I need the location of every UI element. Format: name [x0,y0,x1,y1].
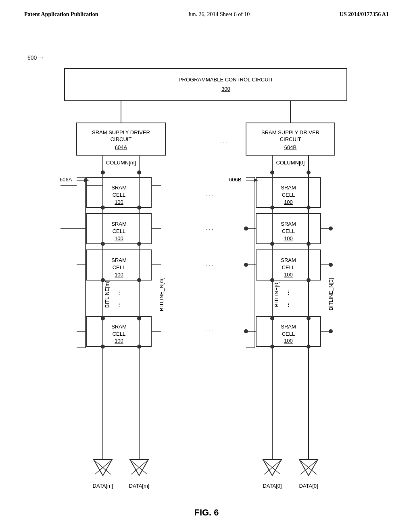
right-driver-line3: 604B [284,144,296,150]
svg-point-32 [137,316,141,320]
svg-point-11 [101,170,105,175]
bitline-nm-label: BITLINE_N[m] [159,277,165,311]
label-600: 600 → [27,54,44,61]
svg-point-57 [307,278,311,282]
sram-cell-l1-line2: CELL [113,192,126,198]
svg-point-27 [137,278,141,282]
svg-point-12 [137,170,141,175]
sram-cell-l3-line1: SRAM [111,257,127,263]
svg-point-34 [137,345,141,349]
page: Patent Application Publication Jun. 26, … [0,0,413,532]
svg-point-65 [270,345,274,349]
bitline-0-label: BITLINE[0] [273,281,280,307]
sram-cell-l3-line2: CELL [113,264,126,270]
sram-cell-r2-line2: CELL [282,228,295,234]
left-driver-line2: CIRCUIT [111,136,132,142]
svg-point-53 [244,263,248,267]
sram-cell-r1-line3: 100 [284,199,293,205]
right-driver-line2: CIRCUIT [280,136,301,142]
dots-right-col: ⋮ [286,289,291,295]
svg-point-64 [307,316,311,320]
sram-cell-l1-line3: 100 [115,199,123,205]
dots-right-col2: ⋮ [286,301,291,308]
dots-left-col2: ⋮ [117,301,122,308]
sram-cell-r1-line1: SRAM [281,185,296,191]
svg-point-33 [101,345,105,349]
sram-cell-l2-line2: CELL [113,228,126,234]
header-left: Patent Application Publication [24,11,98,18]
data-0-right-label: DATA[0] [299,483,318,489]
svg-point-39 [270,170,274,175]
header-center: Jun. 26, 2014 Sheet 6 of 10 [188,11,250,18]
sram-cell-l1-line1: SRAM [111,185,127,191]
sram-cell-l4-line2: CELL [113,331,126,337]
dots-drivers: . . . [220,138,227,144]
pcc-title-line1: PROGRAMMABLE CONTROL CIRCUIT [179,77,273,83]
sram-cell-r4-line3: 100 [284,338,293,344]
svg-point-42 [270,206,274,210]
pcc-title-line2: 300 [221,86,230,92]
sram-cell-l4-line1: SRAM [111,324,127,330]
svg-point-21 [101,242,105,246]
svg-point-40 [307,170,311,175]
svg-point-50 [307,242,311,246]
sram-cell-l3-line3: 100 [115,272,123,278]
data-m-left-label: DATA[m] [93,483,113,489]
page-header: Patent Application Publication Jun. 26, … [0,0,413,18]
sram-cell-r4-line2: CELL [282,331,295,337]
sram-cell-r3-line1: SRAM [281,257,296,263]
svg-point-22 [137,242,141,246]
column-0-label: COLUMN[0] [276,160,305,166]
svg-point-62 [329,329,333,333]
label-606b: 606B [229,177,241,183]
label-606a: 606A [60,177,72,183]
sram-cell-r2-line1: SRAM [281,221,296,227]
svg-point-43 [307,206,311,210]
svg-point-60 [244,329,248,333]
sram-cell-r4-line1: SRAM [281,324,296,330]
dots-horiz-1: . . . [206,191,213,197]
data-0-left-label: DATA[0] [263,483,282,489]
dots-horiz-3: . . . [206,261,213,267]
svg-point-49 [270,242,274,246]
sram-cell-r3-line3: 100 [284,272,293,278]
sram-cell-l2-line3: 100 [115,235,123,241]
sram-cell-l2-line1: SRAM [111,221,127,227]
dots-horiz-2: . . . [206,225,213,231]
fig-label: FIG. 6 [194,507,219,518]
column-m-label: COLUMN[m] [106,160,136,166]
svg-point-15 [101,206,105,210]
dots-left-col: ⋮ [117,289,122,295]
sram-cell-l4-line3: 100 [115,338,123,344]
svg-rect-0 [65,69,347,101]
circuit-diagram: PROGRAMMABLE CONTROL CIRCUIT 300 SRAM SU… [24,60,389,504]
bitline-m-label: BITLINE[m] [104,281,110,308]
sram-cell-r2-line3: 100 [284,235,293,241]
svg-point-48 [329,227,333,231]
svg-point-63 [270,316,274,320]
right-driver-line1: SRAM SUPPLY DRIVER [261,129,319,135]
svg-point-55 [329,263,333,267]
bitline-n0-label: BITLINE_N[0] [328,278,334,310]
left-driver-line1: SRAM SUPPLY DRIVER [92,129,150,135]
left-driver-line3: 604A [115,144,127,150]
svg-point-16 [137,206,141,210]
dots-horiz-4: . . . [206,326,213,332]
sram-cell-r3-line2: CELL [282,264,295,270]
svg-point-66 [307,345,311,349]
svg-point-46 [244,227,248,231]
sram-cell-r1-line2: CELL [282,192,295,198]
data-m-right-label: DATA[m] [129,483,150,489]
header-right: US 2014/0177356 A1 [340,11,389,18]
svg-point-31 [101,316,105,320]
